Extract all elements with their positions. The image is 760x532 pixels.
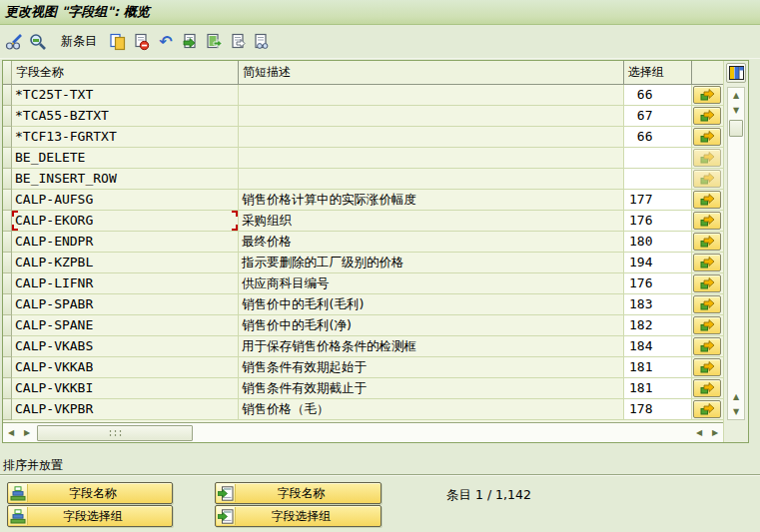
row-selector[interactable] bbox=[3, 127, 12, 148]
row-selector[interactable] bbox=[3, 85, 12, 106]
deselect-all-icon[interactable] bbox=[227, 31, 249, 53]
sort-by-field-name-button[interactable]: 字段名称 bbox=[7, 482, 173, 504]
description-cell: 销售价格计算中的实际涨价幅度 bbox=[239, 190, 624, 211]
choose-button[interactable] bbox=[693, 274, 721, 292]
vertical-scrollbar-thumb[interactable] bbox=[729, 120, 743, 137]
selection-group-input[interactable]: 181 bbox=[624, 378, 692, 399]
delete-row-icon[interactable] bbox=[131, 31, 153, 53]
new-entries-button[interactable]: 新条目 bbox=[55, 31, 103, 53]
selection-group-input[interactable] bbox=[624, 169, 692, 190]
selection-group-input[interactable]: 66 bbox=[624, 85, 692, 106]
selection-group-input[interactable] bbox=[624, 148, 692, 169]
position-by-field-name-button[interactable]: 字段名称 bbox=[215, 482, 381, 504]
selection-group-input[interactable]: 67 bbox=[624, 106, 692, 127]
copy-as-icon[interactable] bbox=[107, 31, 129, 53]
sort-by-field-selection-group-button[interactable]: 字段选择组 bbox=[7, 505, 173, 527]
choose-button[interactable] bbox=[693, 254, 721, 271]
choose-button[interactable] bbox=[693, 86, 721, 104]
row-selector[interactable] bbox=[3, 211, 12, 232]
table-settings-icon[interactable] bbox=[726, 63, 746, 83]
field-group-table: 字段全称 简短描述 选择组 *TC25T-TXT 66 *TCA55-BZTXT… bbox=[2, 60, 749, 443]
scroll-left-icon[interactable] bbox=[3, 425, 19, 440]
choose-button bbox=[693, 170, 721, 188]
horizontal-scrollbar-thumb[interactable] bbox=[37, 425, 193, 441]
choose-button-cell bbox=[692, 232, 723, 253]
selection-group-input[interactable]: 181 bbox=[624, 357, 692, 378]
scroll-up-end-icon[interactable] bbox=[728, 389, 744, 404]
position-by-field-selection-group-button[interactable]: 字段选择组 bbox=[215, 505, 381, 527]
scroll-right-icon[interactable] bbox=[19, 425, 35, 440]
selection-group-input[interactable]: 184 bbox=[624, 336, 692, 357]
row-selector[interactable] bbox=[3, 336, 12, 357]
row-selector[interactable] bbox=[3, 315, 12, 336]
select-block-icon[interactable] bbox=[203, 31, 225, 53]
choose-button-cell bbox=[692, 378, 723, 399]
cell-cursor-marks bbox=[12, 211, 238, 231]
row-selector[interactable] bbox=[3, 357, 12, 378]
field-name-cell: CALP-VKKAB bbox=[12, 357, 239, 378]
row-selector[interactable] bbox=[3, 232, 12, 253]
field-check-icon[interactable] bbox=[251, 31, 273, 53]
scroll-left-end-icon[interactable] bbox=[691, 425, 707, 440]
select-all-icon[interactable] bbox=[179, 31, 201, 53]
undo-icon[interactable] bbox=[155, 31, 177, 53]
choose-button[interactable] bbox=[693, 358, 721, 376]
choose-button[interactable] bbox=[693, 212, 721, 230]
scroll-up-icon[interactable] bbox=[728, 88, 744, 103]
column-header-description[interactable]: 简短描述 bbox=[239, 61, 624, 85]
choose-button[interactable] bbox=[693, 379, 721, 397]
selection-group-input[interactable]: 178 bbox=[624, 399, 692, 420]
page-title: 更改视图 "字段组": 概览 bbox=[0, 0, 760, 25]
choose-button[interactable] bbox=[693, 295, 721, 313]
display-change-icon[interactable] bbox=[3, 31, 25, 53]
selection-group-input[interactable]: 180 bbox=[624, 232, 692, 253]
row-selector[interactable] bbox=[3, 106, 12, 127]
scroll-down-end-icon[interactable] bbox=[728, 404, 744, 419]
column-header-field-name[interactable]: 字段全称 bbox=[12, 61, 239, 85]
row-selector[interactable] bbox=[3, 253, 12, 273]
column-header-selection-group[interactable]: 选择组 bbox=[624, 61, 692, 85]
choose-button[interactable] bbox=[693, 400, 721, 418]
selection-group-input[interactable]: 183 bbox=[624, 294, 692, 315]
description-cell: 最终价格 bbox=[239, 232, 624, 253]
row-selector[interactable] bbox=[3, 169, 12, 190]
field-name-cell: *TCF13-FGRTXT bbox=[12, 127, 239, 148]
selection-group-input[interactable]: 194 bbox=[624, 253, 692, 273]
choose-button bbox=[693, 149, 721, 167]
choose-button[interactable] bbox=[693, 191, 721, 209]
choose-button-cell bbox=[692, 169, 723, 190]
choose-button[interactable] bbox=[693, 337, 721, 355]
selection-group-input[interactable]: 176 bbox=[624, 211, 692, 232]
choose-button[interactable] bbox=[693, 107, 721, 125]
choose-button-cell bbox=[692, 85, 723, 106]
selection-group-input[interactable]: 182 bbox=[624, 315, 692, 336]
scroll-down-icon[interactable] bbox=[728, 103, 744, 118]
description-cell: 用于保存销售价格条件的检测框 bbox=[239, 336, 624, 357]
row-selector[interactable] bbox=[3, 190, 12, 211]
choose-button-cell bbox=[692, 315, 723, 336]
vertical-scrollbar[interactable] bbox=[727, 87, 745, 420]
row-selector[interactable] bbox=[3, 378, 12, 399]
scroll-right-end-icon[interactable] bbox=[707, 425, 723, 440]
row-selector[interactable] bbox=[3, 399, 12, 420]
selection-group-input[interactable]: 66 bbox=[624, 127, 692, 148]
choose-button-cell bbox=[692, 294, 723, 315]
position-icon[interactable] bbox=[27, 31, 49, 53]
row-selector[interactable] bbox=[3, 273, 12, 294]
selection-group-input[interactable]: 176 bbox=[624, 273, 692, 294]
row-selector[interactable] bbox=[3, 148, 12, 169]
field-name-cell: CALP-EKORG bbox=[12, 211, 239, 232]
section-divider bbox=[0, 474, 760, 476]
description-cell bbox=[239, 169, 624, 190]
choose-button[interactable] bbox=[693, 128, 721, 146]
selection-group-input[interactable]: 177 bbox=[624, 190, 692, 211]
horizontal-scrollbar[interactable] bbox=[3, 422, 723, 442]
choose-button[interactable] bbox=[693, 233, 721, 251]
select-all-column-header[interactable] bbox=[3, 61, 12, 85]
vertical-scrollbar-column bbox=[723, 61, 748, 442]
row-selector[interactable] bbox=[3, 294, 12, 315]
table-row: CALP-SPABR 销售价中的毛利(毛利) 183 bbox=[3, 294, 748, 315]
field-name-cell: CALP-ENDPR bbox=[12, 232, 239, 253]
table-row: BE_DELETE bbox=[3, 148, 748, 169]
choose-button[interactable] bbox=[693, 316, 721, 334]
